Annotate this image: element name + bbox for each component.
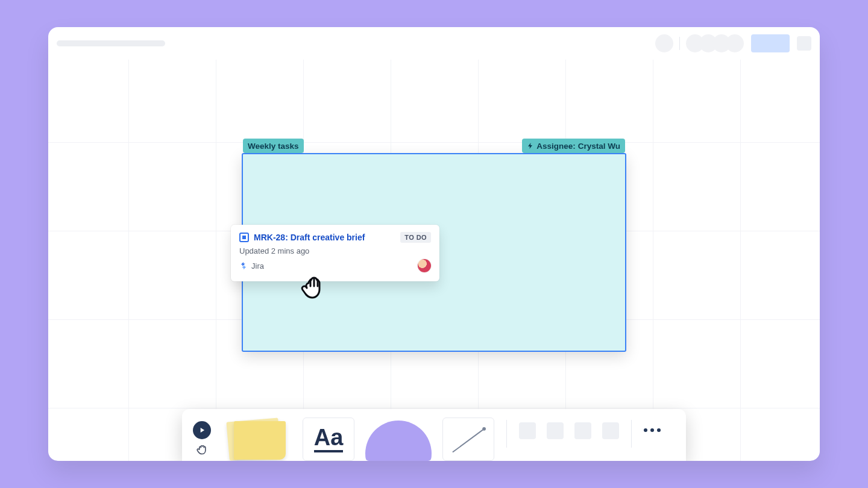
section-title-tag[interactable]: Weekly tasks: [243, 139, 304, 153]
ticket-updated: Updated 2 mins ago: [239, 246, 431, 255]
hand-tool[interactable]: [195, 443, 209, 456]
topbar-more-button[interactable]: [797, 36, 811, 51]
section-smart-tag[interactable]: Assignee: Crystal Wu: [522, 139, 625, 153]
shape-tool[interactable]: [365, 418, 432, 461]
sticky-note-icon: [234, 421, 286, 460]
toolbar-divider: [631, 420, 632, 448]
line-tool[interactable]: [442, 418, 494, 461]
svg-line-0: [453, 429, 484, 452]
toolbar-more-button[interactable]: [644, 428, 661, 432]
top-bar: [48, 27, 820, 60]
toolbar-slot[interactable]: [547, 422, 564, 439]
line-icon: [450, 427, 486, 454]
topbar-divider: [679, 37, 680, 50]
jira-story-icon: [239, 233, 249, 242]
section-title: Weekly tasks: [248, 142, 299, 151]
sticky-note-tool[interactable]: [222, 418, 292, 461]
lightning-icon: [527, 142, 534, 150]
toolbar-slot[interactable]: [519, 422, 536, 439]
ticket-title[interactable]: MRK-28: Draft creative brief: [254, 233, 395, 242]
text-tool-label: Aa: [314, 426, 344, 452]
presence-avatars[interactable]: [686, 34, 744, 52]
ticket-source: Jira: [239, 261, 264, 271]
canvas[interactable]: Weekly tasks Assignee: Crystal Wu MRK-28…: [48, 60, 820, 461]
toolbar-slot[interactable]: [574, 422, 591, 439]
shape-circle-icon: [365, 421, 432, 461]
presence-self-avatar[interactable]: [655, 34, 673, 52]
jira-icon: [239, 261, 248, 270]
ticket-status-badge: TO DO: [400, 232, 431, 243]
jira-ticket-card[interactable]: MRK-28: Draft creative brief TO DO Updat…: [231, 225, 439, 281]
bottom-toolbar: Aa: [182, 409, 686, 461]
section-smart-prefix: Assignee:: [536, 142, 576, 151]
share-button[interactable]: [751, 34, 790, 52]
toolbar-divider: [506, 420, 507, 448]
svg-point-1: [482, 427, 486, 431]
pointer-tool-group: [193, 421, 211, 461]
pointer-tool[interactable]: [193, 421, 211, 439]
text-tool[interactable]: Aa: [303, 418, 354, 461]
section-smart-value: Crystal Wu: [578, 142, 620, 151]
toolbar-slot[interactable]: [602, 422, 619, 439]
presence-avatar[interactable]: [726, 34, 744, 52]
board-title-placeholder[interactable]: [57, 40, 165, 46]
ticket-assignee-avatar[interactable]: [418, 259, 431, 272]
whiteboard-window: Weekly tasks Assignee: Crystal Wu MRK-28…: [48, 27, 820, 461]
